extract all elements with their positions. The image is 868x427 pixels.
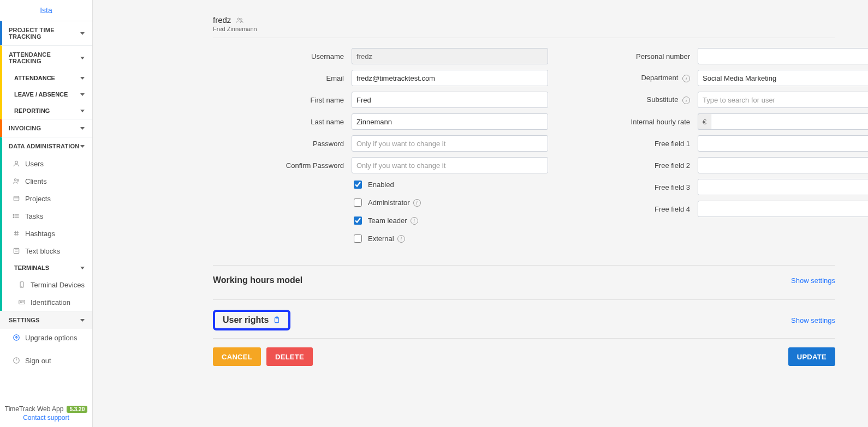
sidebar-item-identification[interactable]: Identification	[0, 293, 92, 311]
personal-number-input[interactable]	[698, 48, 868, 64]
info-icon[interactable]: i	[682, 97, 690, 104]
svg-line-13	[15, 231, 16, 236]
teamleader-checkbox[interactable]	[354, 216, 362, 225]
password-input[interactable]	[352, 135, 548, 152]
terminal-icon	[17, 280, 26, 289]
sidebar-item-label: Terminal Devices	[31, 281, 85, 289]
enabled-checkbox[interactable]	[354, 181, 362, 189]
label-personal-number: Personal number	[597, 52, 690, 61]
nav-attendance[interactable]: ATTENDANCE	[0, 70, 92, 86]
chevron-down-icon	[80, 57, 85, 59]
sidebar: Ista PROJECT TIME TRACKING ATTENDANCE TR…	[0, 0, 93, 427]
sidebar-item-label: Clients	[25, 177, 47, 185]
chevron-down-icon	[80, 145, 85, 148]
sidebar-item-label: Projects	[25, 195, 51, 203]
info-icon[interactable]: i	[682, 75, 690, 82]
svg-point-28	[240, 19, 242, 20]
free-field-1-input[interactable]	[698, 135, 868, 152]
chevron-down-icon	[80, 32, 85, 35]
department-input[interactable]	[698, 70, 868, 86]
nav-label: LEAVE / ABSENCE	[14, 91, 68, 98]
confirm-password-input[interactable]	[352, 157, 548, 173]
email-input[interactable]	[352, 70, 548, 86]
info-icon[interactable]: i	[397, 235, 405, 243]
main-content: fredz Fred Zinnemann Username Email	[93, 0, 868, 427]
external-checkbox[interactable]	[354, 234, 362, 243]
chevron-down-icon	[80, 77, 85, 80]
info-icon[interactable]: i	[413, 199, 421, 207]
sidebar-item-label: Identification	[31, 298, 70, 306]
sidebar-item-users[interactable]: Users	[0, 155, 92, 172]
label-ff4: Free field 4	[597, 205, 690, 213]
nav-project-time-tracking[interactable]: PROJECT TIME TRACKING	[0, 21, 92, 45]
show-settings-user-rights[interactable]: Show settings	[791, 316, 835, 324]
divider	[213, 338, 835, 339]
clipboard-icon[interactable]	[273, 316, 281, 324]
free-field-4-input[interactable]	[698, 201, 868, 217]
info-icon[interactable]: i	[411, 217, 418, 225]
form-column-right: Personal number Department i Substitute …	[597, 48, 868, 251]
lastname-input[interactable]	[352, 113, 548, 130]
sidebar-item-upgrade[interactable]: Upgrade options	[0, 329, 92, 346]
svg-point-27	[237, 18, 240, 20]
sidebar-item-clients[interactable]: Clients	[0, 172, 92, 190]
nav-terminals[interactable]: TERMINALS	[0, 260, 92, 276]
contact-support-link[interactable]: Contact support	[0, 414, 92, 422]
administrator-checkbox[interactable]	[354, 199, 362, 207]
free-field-2-input[interactable]	[698, 157, 868, 173]
chevron-down-icon	[80, 93, 85, 96]
sidebar-item-tasks[interactable]: Tasks	[0, 207, 92, 225]
upgrade-icon	[12, 333, 21, 342]
identification-icon	[17, 298, 26, 306]
sidebar-item-label: Tasks	[25, 212, 43, 220]
external-label: External i	[368, 234, 405, 243]
svg-point-1	[15, 179, 17, 181]
substitute-input[interactable]	[698, 92, 868, 108]
chevron-down-icon	[80, 110, 85, 112]
svg-point-8	[13, 214, 14, 215]
label-lastname: Last name	[257, 118, 344, 126]
chevron-down-icon	[80, 267, 85, 269]
update-button[interactable]: UPDATE	[788, 347, 835, 366]
administrator-label: Administrator i	[368, 199, 421, 207]
section-title-user-rights: User rights	[223, 315, 281, 325]
label-confirm-password: Confirm Password	[257, 161, 344, 170]
sidebar-item-label: Hashtags	[25, 230, 55, 238]
signout-icon	[12, 356, 21, 365]
sidebar-item-projects[interactable]: Projects	[0, 190, 92, 207]
cancel-button[interactable]: CANCEL	[213, 347, 261, 366]
hourly-rate-input[interactable]	[711, 113, 868, 130]
nav-label: INVOICING	[9, 125, 41, 131]
nav-reporting[interactable]: REPORTING	[0, 103, 92, 119]
sidebar-item-signout[interactable]: Sign out	[0, 352, 92, 369]
enabled-label: Enabled	[368, 181, 394, 189]
nav-label: ATTENDANCE TRACKING	[9, 51, 80, 64]
brand[interactable]: Ista	[0, 0, 92, 21]
version-badge: 5.3.20	[67, 406, 87, 413]
nav-data-administration[interactable]: DATA ADMINISTRATION	[0, 137, 92, 155]
action-bar: CANCEL DELETE UPDATE	[213, 347, 835, 366]
section-user-rights: User rights Show settings	[213, 299, 835, 339]
sidebar-item-hashtags[interactable]: Hashtags	[0, 225, 92, 242]
section-working-hours: Working hours model Show settings	[213, 265, 835, 285]
show-settings-working-hours[interactable]: Show settings	[791, 276, 835, 285]
currency-symbol: €	[698, 113, 711, 130]
divider	[213, 38, 835, 38]
nav-leave-absence[interactable]: LEAVE / ABSENCE	[0, 86, 92, 103]
form-column-left: Username Email First name Last name Pass…	[257, 48, 548, 251]
nav-attendance-tracking[interactable]: ATTENDANCE TRACKING	[0, 45, 92, 70]
sidebar-item-text-blocks[interactable]: Text blocks	[0, 242, 92, 260]
nav-invoicing[interactable]: INVOICING	[0, 119, 92, 137]
free-field-3-input[interactable]	[698, 179, 868, 195]
page-title-username: fredz	[213, 15, 231, 25]
svg-point-10	[13, 217, 14, 218]
svg-point-9	[13, 215, 14, 216]
label-ff1: Free field 1	[597, 140, 690, 148]
nav-label: DATA ADMINISTRATION	[9, 143, 79, 149]
nav-settings[interactable]: SETTINGS	[0, 311, 92, 329]
delete-button[interactable]: DELETE	[266, 347, 313, 366]
label-department: Department i	[597, 74, 690, 82]
sidebar-item-label: Text blocks	[25, 247, 60, 255]
firstname-input[interactable]	[352, 92, 548, 108]
sidebar-item-terminal-devices[interactable]: Terminal Devices	[0, 276, 92, 293]
